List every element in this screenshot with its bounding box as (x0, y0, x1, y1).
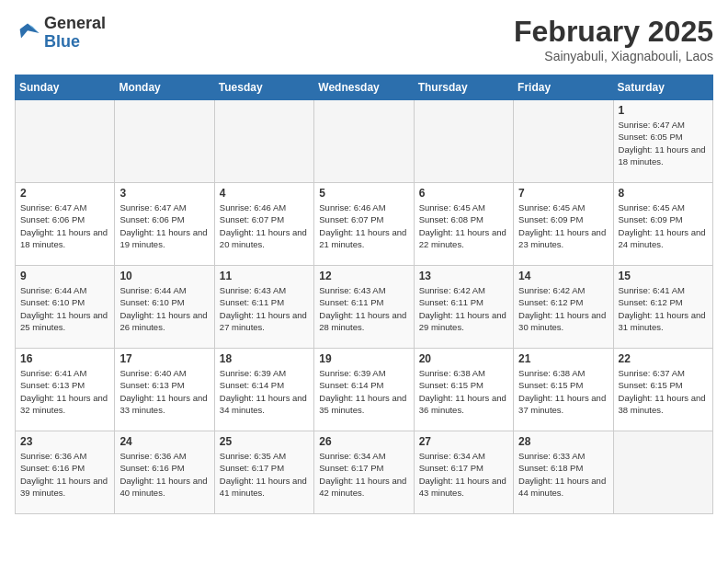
day-number: 18 (220, 352, 309, 365)
calendar-header-wednesday: Wednesday (314, 75, 414, 100)
day-number: 25 (220, 435, 309, 448)
logo-general-text: General (44, 14, 106, 32)
calendar-cell: 16Sunrise: 6:41 AM Sunset: 6:13 PM Dayli… (16, 349, 115, 431)
calendar-cell: 21Sunrise: 6:38 AM Sunset: 6:15 PM Dayli… (514, 349, 613, 431)
calendar-header-tuesday: Tuesday (214, 75, 313, 100)
month-title: February 2025 (514, 15, 713, 49)
calendar-cell (115, 100, 214, 183)
calendar-cell: 25Sunrise: 6:35 AM Sunset: 6:17 PM Dayli… (214, 431, 313, 514)
calendar-header-sunday: Sunday (16, 75, 115, 100)
day-number: 4 (220, 187, 309, 200)
day-info: Sunrise: 6:41 AM Sunset: 6:12 PM Dayligh… (619, 284, 708, 333)
calendar-week-row: 2Sunrise: 6:47 AM Sunset: 6:06 PM Daylig… (16, 183, 713, 266)
calendar-cell (514, 100, 613, 183)
day-info: Sunrise: 6:41 AM Sunset: 6:13 PM Dayligh… (20, 367, 109, 416)
day-number: 13 (419, 270, 508, 282)
day-info: Sunrise: 6:47 AM Sunset: 6:05 PM Dayligh… (619, 119, 708, 167)
calendar-cell: 1Sunrise: 6:47 AM Sunset: 6:05 PM Daylig… (613, 100, 712, 183)
day-number: 14 (518, 270, 608, 282)
day-number: 19 (319, 352, 408, 365)
day-info: Sunrise: 6:39 AM Sunset: 6:14 PM Dayligh… (319, 367, 408, 416)
calendar-cell: 7Sunrise: 6:45 AM Sunset: 6:09 PM Daylig… (514, 183, 613, 266)
day-info: Sunrise: 6:47 AM Sunset: 6:06 PM Dayligh… (20, 201, 109, 250)
day-number: 3 (119, 187, 209, 200)
day-number: 20 (419, 352, 508, 365)
day-number: 16 (20, 352, 109, 365)
day-info: Sunrise: 6:39 AM Sunset: 6:14 PM Dayligh… (220, 367, 309, 416)
day-info: Sunrise: 6:44 AM Sunset: 6:10 PM Dayligh… (20, 284, 109, 333)
calendar-header-friday: Friday (514, 75, 613, 100)
day-info: Sunrise: 6:34 AM Sunset: 6:17 PM Dayligh… (319, 450, 408, 499)
day-number: 26 (319, 435, 408, 448)
calendar-cell: 5Sunrise: 6:46 AM Sunset: 6:07 PM Daylig… (314, 183, 414, 266)
page-header: General Blue February 2025 Sainyabuli, X… (15, 15, 713, 63)
day-number: 5 (319, 187, 408, 200)
day-info: Sunrise: 6:34 AM Sunset: 6:17 PM Dayligh… (419, 450, 508, 499)
day-number: 10 (119, 270, 209, 282)
calendar-week-row: 23Sunrise: 6:36 AM Sunset: 6:16 PM Dayli… (16, 431, 713, 514)
day-number: 6 (419, 187, 508, 200)
calendar-cell: 28Sunrise: 6:33 AM Sunset: 6:18 PM Dayli… (514, 431, 613, 514)
calendar-cell (214, 100, 313, 183)
calendar-cell: 4Sunrise: 6:46 AM Sunset: 6:07 PM Daylig… (214, 183, 313, 266)
day-number: 21 (518, 352, 608, 365)
day-info: Sunrise: 6:36 AM Sunset: 6:16 PM Dayligh… (119, 450, 209, 499)
day-number: 2 (20, 187, 109, 200)
day-number: 24 (119, 435, 209, 448)
calendar-cell: 22Sunrise: 6:37 AM Sunset: 6:15 PM Dayli… (613, 349, 712, 431)
day-info: Sunrise: 6:35 AM Sunset: 6:17 PM Dayligh… (220, 450, 309, 499)
day-number: 7 (518, 187, 608, 200)
location-subtitle: Sainyabuli, Xiagnabouli, Laos (514, 49, 713, 63)
calendar-cell: 19Sunrise: 6:39 AM Sunset: 6:14 PM Dayli… (314, 349, 414, 431)
calendar-cell: 14Sunrise: 6:42 AM Sunset: 6:12 PM Dayli… (514, 266, 613, 349)
calendar-cell: 8Sunrise: 6:45 AM Sunset: 6:09 PM Daylig… (613, 183, 712, 266)
day-number: 22 (619, 352, 708, 365)
calendar-cell: 26Sunrise: 6:34 AM Sunset: 6:17 PM Dayli… (314, 431, 414, 514)
calendar-cell: 13Sunrise: 6:42 AM Sunset: 6:11 PM Dayli… (414, 266, 513, 349)
calendar-cell: 15Sunrise: 6:41 AM Sunset: 6:12 PM Dayli… (613, 266, 712, 349)
calendar-cell: 20Sunrise: 6:38 AM Sunset: 6:15 PM Dayli… (414, 349, 513, 431)
calendar-cell: 23Sunrise: 6:36 AM Sunset: 6:16 PM Dayli… (16, 431, 115, 514)
day-number: 12 (319, 270, 408, 282)
calendar-cell: 18Sunrise: 6:39 AM Sunset: 6:14 PM Dayli… (214, 349, 313, 431)
day-info: Sunrise: 6:33 AM Sunset: 6:18 PM Dayligh… (518, 450, 608, 499)
day-info: Sunrise: 6:38 AM Sunset: 6:15 PM Dayligh… (518, 367, 608, 416)
calendar-week-row: 16Sunrise: 6:41 AM Sunset: 6:13 PM Dayli… (16, 349, 713, 431)
calendar-cell: 3Sunrise: 6:47 AM Sunset: 6:06 PM Daylig… (115, 183, 214, 266)
calendar-week-row: 1Sunrise: 6:47 AM Sunset: 6:05 PM Daylig… (16, 100, 713, 183)
day-info: Sunrise: 6:38 AM Sunset: 6:15 PM Dayligh… (419, 367, 508, 416)
calendar-cell: 9Sunrise: 6:44 AM Sunset: 6:10 PM Daylig… (16, 266, 115, 349)
calendar-cell (16, 100, 115, 183)
day-info: Sunrise: 6:44 AM Sunset: 6:10 PM Dayligh… (119, 284, 209, 333)
title-block: February 2025 Sainyabuli, Xiagnabouli, L… (514, 15, 713, 63)
calendar-cell: 24Sunrise: 6:36 AM Sunset: 6:16 PM Dayli… (115, 431, 214, 514)
calendar-cell: 11Sunrise: 6:43 AM Sunset: 6:11 PM Dayli… (214, 266, 313, 349)
calendar-header-saturday: Saturday (613, 75, 712, 100)
calendar-header-thursday: Thursday (414, 75, 513, 100)
svg-marker-0 (20, 23, 40, 38)
day-info: Sunrise: 6:36 AM Sunset: 6:16 PM Dayligh… (20, 450, 109, 499)
day-number: 28 (518, 435, 608, 448)
calendar-cell: 6Sunrise: 6:45 AM Sunset: 6:08 PM Daylig… (414, 183, 513, 266)
calendar-table: SundayMondayTuesdayWednesdayThursdayFrid… (15, 75, 713, 514)
day-number: 9 (20, 270, 109, 282)
calendar-week-row: 9Sunrise: 6:44 AM Sunset: 6:10 PM Daylig… (16, 266, 713, 349)
calendar-cell (613, 431, 712, 514)
day-info: Sunrise: 6:42 AM Sunset: 6:12 PM Dayligh… (518, 284, 608, 333)
calendar-header-row: SundayMondayTuesdayWednesdayThursdayFrid… (16, 75, 713, 100)
calendar-cell (414, 100, 513, 183)
day-number: 23 (20, 435, 109, 448)
day-number: 17 (119, 352, 209, 365)
day-info: Sunrise: 6:47 AM Sunset: 6:06 PM Dayligh… (119, 201, 209, 250)
day-info: Sunrise: 6:45 AM Sunset: 6:09 PM Dayligh… (619, 201, 708, 250)
day-number: 1 (619, 104, 708, 117)
day-info: Sunrise: 6:37 AM Sunset: 6:15 PM Dayligh… (619, 367, 708, 416)
calendar-header-monday: Monday (115, 75, 214, 100)
day-number: 8 (619, 187, 708, 200)
day-info: Sunrise: 6:43 AM Sunset: 6:11 PM Dayligh… (319, 284, 408, 333)
calendar-cell: 17Sunrise: 6:40 AM Sunset: 6:13 PM Dayli… (115, 349, 214, 431)
day-info: Sunrise: 6:40 AM Sunset: 6:13 PM Dayligh… (119, 367, 209, 416)
day-info: Sunrise: 6:45 AM Sunset: 6:08 PM Dayligh… (419, 201, 508, 250)
logo-blue-text: Blue (44, 32, 80, 51)
calendar-cell: 27Sunrise: 6:34 AM Sunset: 6:17 PM Dayli… (414, 431, 513, 514)
